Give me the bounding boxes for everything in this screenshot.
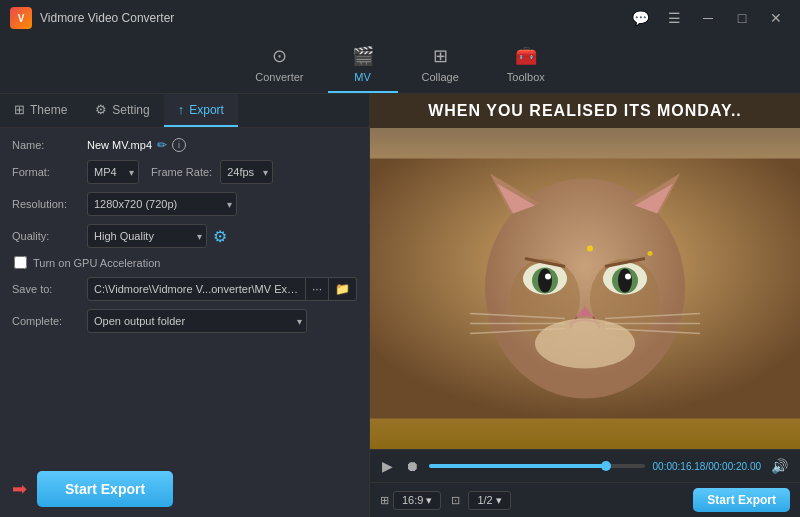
svg-point-14 xyxy=(545,274,551,280)
progress-bar[interactable] xyxy=(429,464,645,468)
nav-label-mv: MV xyxy=(354,71,371,83)
left-panel: ⊞ Theme ⚙ Setting ↑ Export Name: New MV.… xyxy=(0,94,370,517)
player-bottom-bar: ⊞ 16:9 ▾ ⊡ 1/2 ▾ Start Export xyxy=(370,482,800,517)
gpu-checkbox[interactable] xyxy=(14,256,27,269)
nav-item-converter[interactable]: ⊙ Converter xyxy=(231,37,327,93)
quality-settings-button[interactable]: ⚙ xyxy=(213,227,227,246)
nav-label-toolbox: Toolbox xyxy=(507,71,545,83)
name-info-icon[interactable]: i xyxy=(172,138,186,152)
format-select-wrap: MP4MOVAVI xyxy=(87,160,139,184)
frame-icon: ⊞ xyxy=(380,494,389,507)
svg-point-27 xyxy=(587,246,593,252)
svg-point-12 xyxy=(538,269,552,293)
app-title: Vidmore Video Converter xyxy=(40,11,174,25)
complete-row: Complete: Open output folderDo nothingSh… xyxy=(12,309,357,333)
complete-select-wrap: Open output folderDo nothingShut down xyxy=(87,309,307,333)
svg-point-28 xyxy=(648,251,653,256)
resolution-row: Resolution: 1280x720 (720p)1920x1080 (10… xyxy=(12,192,357,216)
start-export-area: ➡ Start Export xyxy=(0,459,369,517)
save-browse-button[interactable]: ··· xyxy=(306,277,329,301)
form-area: Name: New MV.mp4 ✏ i Format: MP4MOVAVI F… xyxy=(0,128,369,459)
aspect-ratio-button[interactable]: 16:9 ▾ xyxy=(393,491,441,510)
title-bar-left: V Vidmore Video Converter xyxy=(10,7,174,29)
framerate-select-wrap: 24fps30fps60fps xyxy=(220,160,273,184)
save-path-input[interactable] xyxy=(87,277,306,301)
arrow-indicator: ➡ xyxy=(12,478,27,500)
tab-theme[interactable]: ⊞ Theme xyxy=(0,94,81,127)
maximize-button[interactable]: □ xyxy=(728,8,756,28)
aspect-group: ⊞ 16:9 ▾ ⊡ 1/2 ▾ xyxy=(380,491,511,510)
start-export-small-button[interactable]: Start Export xyxy=(693,488,790,512)
play-button[interactable]: ▶ xyxy=(380,456,395,476)
cat-image xyxy=(370,128,800,449)
app-icon: V xyxy=(10,7,32,29)
gpu-label: Turn on GPU Acceleration xyxy=(33,257,160,269)
gpu-row: Turn on GPU Acceleration xyxy=(12,256,357,269)
crop-icon: ⊡ xyxy=(451,494,460,507)
resolution-select-wrap: 1280x720 (720p)1920x1080 (1080p) xyxy=(87,192,237,216)
format-select[interactable]: MP4MOVAVI xyxy=(87,160,139,184)
speed-button[interactable]: 1/2 ▾ xyxy=(468,491,510,510)
volume-button[interactable]: 🔊 xyxy=(769,456,790,476)
tab-setting[interactable]: ⚙ Setting xyxy=(81,94,163,127)
nav-item-mv[interactable]: 🎬 MV xyxy=(328,37,398,93)
window-controls: 💬 ☰ ─ □ ✕ xyxy=(626,8,790,28)
stop-button[interactable]: ⏺ xyxy=(403,456,421,476)
resolution-select[interactable]: 1280x720 (720p)1920x1080 (1080p) xyxy=(87,192,237,216)
tab-export[interactable]: ↑ Export xyxy=(164,94,238,127)
cat-svg xyxy=(370,128,800,449)
collage-icon: ⊞ xyxy=(433,45,448,67)
time-total: 00:00:20.00 xyxy=(708,461,761,472)
resolution-label: Resolution: xyxy=(12,198,87,210)
menu-button[interactable]: ☰ xyxy=(660,8,688,28)
meme-preview: WHEN YOU REALISED ITS MONDAY.. xyxy=(370,94,800,449)
meme-text: WHEN YOU REALISED ITS MONDAY.. xyxy=(370,94,800,128)
quality-select-wrap: High QualityMedium Quality xyxy=(87,224,207,248)
nav-label-converter: Converter xyxy=(255,71,303,83)
svg-point-15 xyxy=(625,274,631,280)
sub-tabs: ⊞ Theme ⚙ Setting ↑ Export xyxy=(0,94,369,128)
framerate-group: Frame Rate: 24fps30fps60fps xyxy=(151,160,273,184)
tab-setting-label: Setting xyxy=(112,103,149,117)
time-current: 00:00:16.18 xyxy=(653,461,706,472)
name-label: Name: xyxy=(12,139,87,151)
main-content: ⊞ Theme ⚙ Setting ↑ Export Name: New MV.… xyxy=(0,94,800,517)
save-folder-button[interactable]: 📁 xyxy=(329,277,357,301)
tab-export-label: Export xyxy=(189,103,224,117)
toolbox-icon: 🧰 xyxy=(515,45,537,67)
complete-select[interactable]: Open output folderDo nothingShut down xyxy=(87,309,307,333)
progress-thumb xyxy=(601,461,611,471)
name-edit-icon[interactable]: ✏ xyxy=(157,138,167,152)
close-button[interactable]: ✕ xyxy=(762,8,790,28)
speed-chevron: ▾ xyxy=(496,494,502,507)
converter-icon: ⊙ xyxy=(272,45,287,67)
top-nav: ⊙ Converter 🎬 MV ⊞ Collage 🧰 Toolbox xyxy=(0,36,800,94)
quality-select[interactable]: High QualityMedium Quality xyxy=(87,224,207,248)
messages-button[interactable]: 💬 xyxy=(626,8,654,28)
theme-icon: ⊞ xyxy=(14,102,25,117)
nav-item-collage[interactable]: ⊞ Collage xyxy=(398,37,483,93)
quality-label: Quality: xyxy=(12,230,87,242)
export-icon: ↑ xyxy=(178,102,185,117)
title-bar: V Vidmore Video Converter 💬 ☰ ─ □ ✕ xyxy=(0,0,800,36)
time-display: 00:00:16.18/00:00:20.00 xyxy=(653,461,761,472)
format-row: Format: MP4MOVAVI Frame Rate: 24fps30fps… xyxy=(12,160,357,184)
save-to-label: Save to: xyxy=(12,283,87,295)
player-controls: ▶ ⏺ 00:00:16.18/00:00:20.00 🔊 xyxy=(370,449,800,482)
nav-item-toolbox[interactable]: 🧰 Toolbox xyxy=(483,37,569,93)
framerate-select[interactable]: 24fps30fps60fps xyxy=(220,160,273,184)
right-panel: WHEN YOU REALISED ITS MONDAY.. xyxy=(370,94,800,517)
tab-theme-label: Theme xyxy=(30,103,67,117)
complete-label: Complete: xyxy=(12,315,87,327)
aspect-chevron: ▾ xyxy=(426,494,432,507)
setting-icon: ⚙ xyxy=(95,102,107,117)
name-value: New MV.mp4 ✏ i xyxy=(87,138,186,152)
framerate-label: Frame Rate: xyxy=(151,166,212,178)
minimize-button[interactable]: ─ xyxy=(694,8,722,28)
start-export-button[interactable]: Start Export xyxy=(37,471,173,507)
format-label: Format: xyxy=(12,166,87,178)
quality-row: Quality: High QualityMedium Quality ⚙ xyxy=(12,224,357,248)
mv-icon: 🎬 xyxy=(352,45,374,67)
name-text: New MV.mp4 xyxy=(87,139,152,151)
save-to-row: Save to: ··· 📁 xyxy=(12,277,357,301)
